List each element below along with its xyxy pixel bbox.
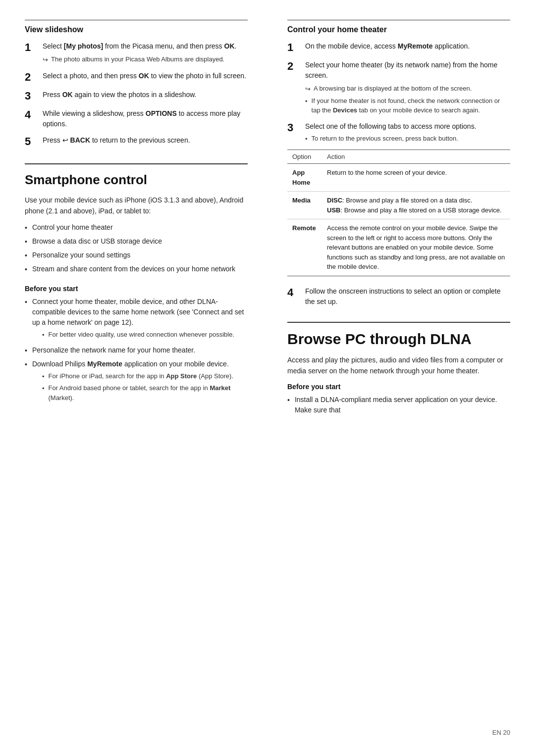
ctrl-step-4-text: Follow the onscreen instructions to sele… bbox=[305, 287, 501, 305]
browse-pc-intro: Access and play the pictures, audio and … bbox=[287, 354, 510, 377]
browse-pc-before-item-1-text: Install a DLNA-compliant media server ap… bbox=[295, 395, 510, 415]
browse-pc-before-list: Install a DLNA-compliant media server ap… bbox=[287, 395, 510, 415]
page-number: EN 20 bbox=[492, 729, 510, 736]
step-5-content: Press ↩ BACK to return to the previous s… bbox=[43, 135, 248, 146]
step-2-num: 2 bbox=[25, 71, 43, 84]
ctrl-step-3-bullet: • To return to the previous screen, pres… bbox=[305, 134, 510, 144]
bullet-symbol-ctrl-3: • bbox=[305, 134, 308, 144]
bullet-personalize-text: Personalize your sound settings bbox=[32, 250, 130, 260]
before-start-sub-1-text: For better video quality, use wired conn… bbox=[48, 330, 234, 340]
table-cell-app-home-option: AppHome bbox=[287, 164, 322, 192]
bullet-stream: Stream and share content from the device… bbox=[25, 264, 248, 275]
before-start-sub-3-1-text: For iPhone or iPad, search for the app i… bbox=[48, 371, 233, 381]
ctrl-step-1: 1 On the mobile device, access MyRemote … bbox=[287, 41, 510, 54]
before-start-item-2: Personalize the network name for your ho… bbox=[25, 345, 248, 356]
ctrl-step-3: 3 Select one of the following tabs to ac… bbox=[287, 121, 510, 144]
before-start-item-3-text: Download Philips MyRemote application on… bbox=[32, 360, 229, 368]
ctrl-step-2-bullet-text: If your home theater is not found, check… bbox=[312, 96, 510, 115]
ctrl-step-3-bullet-text: To return to the previous screen, press … bbox=[312, 134, 458, 144]
ctrl-step-1-num: 1 bbox=[287, 41, 305, 54]
bullet-personalize: Personalize your sound settings bbox=[25, 250, 248, 261]
smartphone-intro: Use your mobile device such as iPhone (i… bbox=[25, 195, 248, 217]
ctrl-step-2-content: Select your home theater (by its network… bbox=[305, 60, 510, 115]
options-table: Option Action AppHome Return to the home… bbox=[287, 150, 510, 276]
ctrl-step-2-bullet: • If your home theater is not found, che… bbox=[305, 96, 510, 115]
bullet-browse: Browse a data disc or USB storage device bbox=[25, 236, 248, 247]
step-2-text: Select a photo, and then press OK to vie… bbox=[43, 72, 246, 80]
smartphone-control-section: Smartphone control Use your mobile devic… bbox=[25, 163, 248, 405]
step-5: 5 Press ↩ BACK to return to the previous… bbox=[25, 135, 248, 148]
bullet-symbol-ctrl-2: • bbox=[305, 97, 308, 106]
bullet-control-text: Control your home theater bbox=[32, 222, 113, 233]
ctrl-step-2-num: 2 bbox=[287, 60, 305, 73]
arrow-symbol-1: ↪ bbox=[43, 55, 48, 65]
smartphone-control-title: Smartphone control bbox=[25, 172, 248, 188]
browse-pc-before-item-1: Install a DLNA-compliant media server ap… bbox=[287, 395, 510, 415]
before-start-item-2-text: Personalize the network name for your ho… bbox=[32, 345, 195, 355]
before-start-sub-3-2-text: For Android based phone or tablet, searc… bbox=[48, 383, 248, 403]
arrow-symbol-ctrl-2: ↪ bbox=[305, 84, 311, 94]
control-home-theater-title: Control your home theater bbox=[287, 25, 510, 34]
smartphone-divider bbox=[25, 163, 248, 164]
ctrl-step-2-arrow-text: A browsing bar is displayed at the botto… bbox=[314, 84, 472, 94]
step-1-num: 1 bbox=[25, 41, 43, 54]
control-steps: 1 On the mobile device, access MyRemote … bbox=[287, 41, 510, 144]
step-3: 3 Press OK again to view the photos in a… bbox=[25, 90, 248, 102]
ctrl-step-2-arrow: ↪ A browsing bar is displayed at the bot… bbox=[305, 84, 510, 94]
before-start-item-3: Download Philips MyRemote application on… bbox=[25, 359, 248, 405]
table-header-action: Action bbox=[322, 150, 510, 164]
table-cell-media-option: Media bbox=[287, 192, 322, 219]
table-cell-remote-option: Remote bbox=[287, 219, 322, 276]
step-4: 4 While viewing a slideshow, press OPTIO… bbox=[25, 108, 248, 129]
step-1-sub-text: The photo albums in your Picasa Web Albu… bbox=[51, 54, 224, 64]
step-3-content: Press OK again to view the photos in a s… bbox=[43, 90, 248, 100]
before-start-sub-3-2: For Android based phone or tablet, searc… bbox=[42, 383, 248, 403]
browse-pc-divider bbox=[287, 322, 510, 323]
bullet-browse-text: Browse a data disc or USB storage device bbox=[32, 236, 162, 247]
ctrl-step-4-num: 4 bbox=[287, 286, 305, 299]
ctrl-step-2: 2 Select your home theater (by its netwo… bbox=[287, 60, 510, 115]
before-you-start-heading-left: Before you start bbox=[25, 285, 248, 293]
step-1-content: Select [My photos] from the Picasa menu,… bbox=[43, 41, 248, 65]
ctrl-step-4-list: 4 Follow the onscreen instructions to se… bbox=[287, 286, 510, 307]
before-start-item-3-content: Download Philips MyRemote application on… bbox=[32, 359, 248, 405]
table-row-app-home: AppHome Return to the home screen of you… bbox=[287, 164, 510, 192]
step-5-num: 5 bbox=[25, 135, 43, 148]
ctrl-step-3-content: Select one of the following tabs to acce… bbox=[305, 121, 510, 144]
top-divider-right bbox=[287, 20, 510, 20]
before-start-item-1-text: Connect your home theater, mobile device… bbox=[32, 298, 244, 326]
view-slideshow-section: View slideshow 1 Select [My photos] from… bbox=[25, 20, 248, 149]
browse-pc-section: Browse PC through DLNA Access and play t… bbox=[287, 322, 510, 415]
step-3-text: Press OK again to view the photos in a s… bbox=[43, 91, 197, 99]
ctrl-step-4-content: Follow the onscreen instructions to sele… bbox=[305, 286, 510, 307]
view-slideshow-title: View slideshow bbox=[25, 25, 248, 34]
table-row-remote: Remote Access the remote control on your… bbox=[287, 219, 510, 276]
before-start-sub-1: For better video quality, use wired conn… bbox=[42, 330, 248, 340]
ctrl-step-3-num: 3 bbox=[287, 121, 305, 134]
step-5-text: Press ↩ BACK to return to the previous s… bbox=[43, 136, 190, 144]
table-cell-app-home-action: Return to the home screen of your device… bbox=[322, 164, 510, 192]
step-3-num: 3 bbox=[25, 90, 43, 102]
step-1-text: Select [My photos] from the Picasa menu,… bbox=[43, 42, 236, 50]
before-start-item-1: Connect your home theater, mobile device… bbox=[25, 297, 248, 342]
step-1-sub-arrow: ↪ The photo albums in your Picasa Web Al… bbox=[43, 54, 248, 65]
left-column: View slideshow 1 Select [My photos] from… bbox=[25, 20, 258, 414]
ctrl-step-3-text: Select one of the following tabs to acce… bbox=[305, 122, 477, 130]
step-4-content: While viewing a slideshow, press OPTIONS… bbox=[43, 108, 248, 129]
before-start-list: Connect your home theater, mobile device… bbox=[25, 297, 248, 404]
view-slideshow-steps: 1 Select [My photos] from the Picasa men… bbox=[25, 41, 248, 149]
before-start-sub-3-1: For iPhone or iPad, search for the app i… bbox=[42, 371, 248, 382]
before-you-start-heading-right: Before you start bbox=[287, 383, 510, 391]
table-cell-remote-action: Access the remote control on your mobile… bbox=[322, 219, 510, 276]
bullet-stream-text: Stream and share content from the device… bbox=[32, 264, 235, 274]
browse-pc-title: Browse PC through DLNA bbox=[287, 331, 510, 348]
table-row-media: Media DISC: Browse and play a file store… bbox=[287, 192, 510, 219]
ctrl-step-1-text: On the mobile device, access MyRemote ap… bbox=[305, 42, 470, 50]
step-1: 1 Select [My photos] from the Picasa men… bbox=[25, 41, 248, 65]
ctrl-step-4: 4 Follow the onscreen instructions to se… bbox=[287, 286, 510, 307]
table-header-option: Option bbox=[287, 150, 322, 164]
ctrl-step-1-content: On the mobile device, access MyRemote ap… bbox=[305, 41, 510, 51]
smartphone-bullets: Control your home theater Browse a data … bbox=[25, 222, 248, 275]
table-cell-media-action: DISC: Browse and play a file stored on a… bbox=[322, 192, 510, 219]
before-start-item-3-subs: For iPhone or iPad, search for the app i… bbox=[42, 371, 248, 403]
